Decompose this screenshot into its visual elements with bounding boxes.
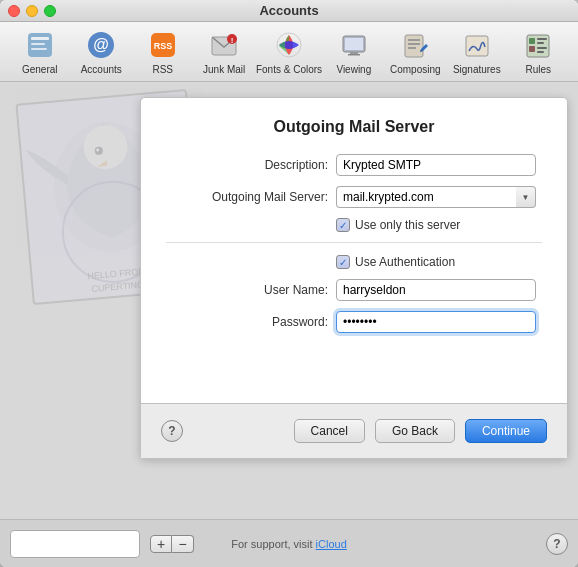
toolbar-general[interactable]: General xyxy=(10,26,69,78)
description-input[interactable] xyxy=(336,154,536,176)
composing-label: Composing xyxy=(390,64,441,75)
viewing-label: Viewing xyxy=(336,64,371,75)
use-only-server-text: Use only this server xyxy=(355,218,460,232)
description-row: Description: xyxy=(166,154,542,176)
general-label: General xyxy=(22,64,58,75)
add-remove-buttons: + − xyxy=(150,535,194,553)
use-auth-label[interactable]: ✓ Use Authentication xyxy=(336,255,455,269)
minimize-button[interactable] xyxy=(26,5,38,17)
close-button[interactable] xyxy=(8,5,20,17)
server-select-wrapper: mail.krypted.com ▼ xyxy=(336,186,536,208)
outgoing-server-row: Outgoing Mail Server: mail.krypted.com ▼ xyxy=(166,186,542,208)
composing-icon xyxy=(399,29,431,61)
junk-mail-label: Junk Mail xyxy=(203,64,245,75)
help-icon: ? xyxy=(168,424,175,438)
svg-rect-25 xyxy=(529,46,535,52)
username-label: User Name: xyxy=(166,283,336,297)
server-select-display[interactable]: mail.krypted.com xyxy=(336,186,516,208)
auth-checkmark-icon: ✓ xyxy=(339,257,347,268)
accounts-icon: @ xyxy=(85,29,117,61)
svg-text:!: ! xyxy=(231,36,234,45)
junk-mail-icon: ! xyxy=(208,29,240,61)
rules-label: Rules xyxy=(525,64,551,75)
password-input[interactable] xyxy=(336,311,536,333)
svg-text:RSS: RSS xyxy=(153,41,172,51)
cancel-button[interactable]: Cancel xyxy=(294,419,365,443)
icloud-link[interactable]: iCloud xyxy=(316,538,347,550)
toolbar-viewing[interactable]: Viewing xyxy=(324,26,383,78)
toolbar-rules[interactable]: Rules xyxy=(509,26,568,78)
toolbar-accounts[interactable]: @ Accounts xyxy=(71,26,130,78)
toolbar-junk-mail[interactable]: ! Junk Mail xyxy=(194,26,253,78)
username-row: User Name: xyxy=(166,279,542,301)
svg-rect-23 xyxy=(537,38,547,40)
svg-rect-1 xyxy=(31,37,49,40)
svg-rect-3 xyxy=(31,48,47,50)
accounts-label: Accounts xyxy=(81,64,122,75)
go-back-button[interactable]: Go Back xyxy=(375,419,455,443)
modal-help-button[interactable]: ? xyxy=(161,420,183,442)
fonts-colors-icon xyxy=(273,29,305,61)
divider xyxy=(166,242,542,243)
modal-button-row: ? Cancel Go Back Continue xyxy=(141,403,567,458)
titlebar: Accounts xyxy=(0,0,578,22)
svg-rect-26 xyxy=(537,47,547,49)
panel-title: Outgoing Mail Server xyxy=(166,118,542,136)
continue-button[interactable]: Continue xyxy=(465,419,547,443)
description-label: Description: xyxy=(166,158,336,172)
bottom-help-button[interactable]: ? xyxy=(546,533,568,555)
account-list-area xyxy=(10,530,140,558)
fonts-colors-label: Fonts & Colors xyxy=(256,64,322,75)
password-row: Password: xyxy=(166,311,542,333)
svg-rect-22 xyxy=(529,38,535,44)
use-auth-row: ✓ Use Authentication xyxy=(166,255,542,269)
signatures-label: Signatures xyxy=(453,64,501,75)
viewing-icon xyxy=(338,29,370,61)
svg-rect-24 xyxy=(537,42,544,44)
support-label: For support, visit xyxy=(231,538,312,550)
signatures-icon xyxy=(461,29,493,61)
toolbar-rss[interactable]: RSS RSS xyxy=(133,26,192,78)
outgoing-server-label: Outgoing Mail Server: xyxy=(166,190,336,204)
use-only-server-row: ✓ Use only this server xyxy=(166,218,542,232)
window-title: Accounts xyxy=(259,3,318,18)
svg-rect-13 xyxy=(345,38,363,50)
general-icon xyxy=(24,29,56,61)
toolbar-fonts-colors[interactable]: Fonts & Colors xyxy=(256,26,322,78)
rules-icon xyxy=(522,29,554,61)
svg-rect-27 xyxy=(537,51,544,53)
content-area: HELLO FROM CUPERTINO Outgoing Mail Serve… xyxy=(0,82,578,519)
maximize-button[interactable] xyxy=(44,5,56,17)
svg-rect-15 xyxy=(348,54,360,56)
use-auth-checkbox[interactable]: ✓ xyxy=(336,255,350,269)
modal-buttons: Cancel Go Back Continue xyxy=(294,419,547,443)
main-window: Accounts General @ Accounts xyxy=(0,0,578,567)
outgoing-mail-server-panel: Outgoing Mail Server Description: Outgoi… xyxy=(140,97,568,459)
svg-rect-2 xyxy=(31,43,45,45)
bottom-bar: + − For support, visit iCloud ? xyxy=(0,519,578,567)
add-account-button[interactable]: + xyxy=(150,535,172,553)
use-only-server-checkbox[interactable]: ✓ xyxy=(336,218,350,232)
svg-rect-16 xyxy=(405,35,423,57)
use-auth-text: Use Authentication xyxy=(355,255,455,269)
rss-icon: RSS xyxy=(147,29,179,61)
username-input[interactable] xyxy=(336,279,536,301)
remove-account-button[interactable]: − xyxy=(172,535,194,553)
toolbar-composing[interactable]: Composing xyxy=(386,26,445,78)
toolbar-signatures[interactable]: Signatures xyxy=(447,26,506,78)
rss-label: RSS xyxy=(152,64,173,75)
traffic-lights xyxy=(8,5,56,17)
support-text: For support, visit iCloud xyxy=(231,538,347,550)
password-label: Password: xyxy=(166,315,336,329)
server-select-arrow[interactable]: ▼ xyxy=(516,186,536,208)
use-only-server-label[interactable]: ✓ Use only this server xyxy=(336,218,460,232)
svg-text:@: @ xyxy=(93,36,109,53)
checkmark-icon: ✓ xyxy=(339,220,347,231)
chevron-down-icon: ▼ xyxy=(522,193,530,202)
bottom-help-icon: ? xyxy=(553,537,560,551)
toolbar: General @ Accounts RSS RSS xyxy=(0,22,578,82)
